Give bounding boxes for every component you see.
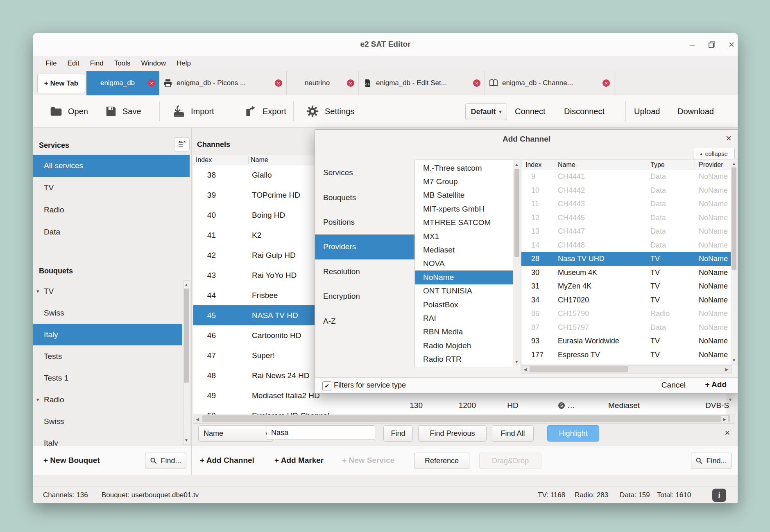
filters-checkbox-label[interactable]: Filters for service type: [334, 381, 406, 390]
menu-item[interactable]: Find: [85, 59, 109, 68]
bouquet-item[interactable]: Tests 1: [33, 367, 182, 389]
result-row[interactable]: 34 CH17020 TV NoName: [521, 293, 731, 307]
scroll-down-icon[interactable]: ▼: [183, 437, 190, 443]
scroll-up-icon[interactable]: ▲: [514, 161, 520, 167]
tab-enigma-db[interactable]: enigma_db ×: [86, 71, 159, 95]
bouquet-item[interactable]: Tests: [33, 345, 182, 367]
provider-item[interactable]: MIT-xperts GmbH: [415, 202, 513, 216]
result-row[interactable]: 13 CH4447 Data NoName: [521, 225, 731, 239]
filter-nav-item[interactable]: Resolution: [315, 259, 414, 284]
providers-scrollbar-thumb[interactable]: [514, 169, 519, 257]
download-button[interactable]: Download: [677, 95, 714, 127]
provider-item[interactable]: RAI: [415, 311, 513, 325]
collapse-button[interactable]: ▴ collapse: [693, 148, 735, 159]
provider-item[interactable]: MB Satellite: [415, 189, 513, 202]
services-item[interactable]: TV: [33, 177, 190, 199]
provider-item[interactable]: M.-Three satcom: [415, 161, 513, 175]
provider-item[interactable]: NoName: [415, 271, 513, 284]
services-item[interactable]: Data: [33, 221, 190, 243]
caret-down-icon[interactable]: ▾: [36, 397, 44, 403]
bouquet-item[interactable]: Italy: [33, 324, 182, 345]
caret-down-icon[interactable]: ▾: [36, 288, 44, 294]
open-button[interactable]: Open: [50, 95, 88, 127]
find-all-button[interactable]: Find All: [492, 425, 534, 442]
scroll-up-icon[interactable]: ▲: [731, 160, 737, 167]
column-header-index[interactable]: Index: [525, 161, 541, 169]
provider-item[interactable]: Radio Mojdeh: [415, 339, 513, 352]
find-button[interactable]: Find: [383, 425, 413, 442]
filter-nav-item[interactable]: A-Z: [315, 309, 414, 333]
search-close-button[interactable]: ×: [720, 425, 734, 441]
channels-find-button[interactable]: Find...: [691, 453, 732, 469]
column-header-provider[interactable]: Provider: [699, 161, 723, 169]
add-channel-button[interactable]: + Add Channel: [200, 446, 254, 475]
tab-close-icon[interactable]: ×: [473, 79, 480, 87]
results-vscrollbar-thumb[interactable]: [732, 167, 736, 270]
column-divider[interactable]: [555, 161, 555, 169]
provider-item[interactable]: Mediaset: [415, 243, 513, 257]
result-row[interactable]: 86 CH15790 Radio NoName: [521, 307, 731, 321]
results-hscrollbar[interactable]: ◀ ▶: [521, 365, 732, 374]
new-bouquet-button[interactable]: + New Bouquet: [43, 446, 100, 475]
reference-button[interactable]: Reference: [414, 453, 469, 469]
search-field-dropdown[interactable]: Name ▾: [198, 425, 273, 442]
result-row[interactable]: 12 CH4445 Data NoName: [521, 211, 731, 225]
import-button[interactable]: Import: [172, 95, 214, 127]
menu-item[interactable]: Window: [136, 59, 171, 68]
scroll-left-icon[interactable]: ◀: [522, 366, 528, 372]
tab-close-icon[interactable]: ×: [347, 79, 354, 87]
tab-picons[interactable]: enigma_db - Picons ... ×: [159, 71, 287, 95]
bouquet-item[interactable]: Swiss: [33, 302, 182, 324]
bouquet-item[interactable]: ▾ TV: [33, 280, 182, 302]
column-divider[interactable]: [648, 161, 648, 169]
filters-checkbox[interactable]: ✔: [322, 381, 331, 390]
filter-nav-item[interactable]: Positions: [315, 210, 414, 234]
tab-close-icon[interactable]: ×: [275, 79, 282, 87]
services-item[interactable]: Radio: [33, 199, 190, 221]
channels-hscrollbar-thumb[interactable]: [202, 415, 730, 422]
scroll-up-icon[interactable]: ▲: [183, 281, 190, 288]
restore-button[interactable]: [707, 40, 717, 50]
highlight-button[interactable]: Highlight: [547, 425, 599, 442]
scroll-left-icon[interactable]: ◀: [194, 416, 201, 422]
tab-close-icon[interactable]: ×: [602, 79, 610, 87]
menu-item[interactable]: Tools: [109, 59, 136, 68]
collapse-list-button[interactable]: [174, 138, 190, 151]
scroll-down-icon[interactable]: ▼: [731, 357, 737, 363]
provider-item[interactable]: RBN Media: [415, 325, 513, 339]
export-button[interactable]: Export: [244, 95, 286, 127]
profile-dropdown[interactable]: Default ▾: [465, 103, 507, 120]
menu-item[interactable]: File: [40, 59, 62, 68]
scroll-down-icon[interactable]: ▼: [514, 359, 520, 365]
provider-item[interactable]: NOVA: [415, 257, 513, 271]
tab-edit-settings[interactable]: enigma_db - Edit Set... ×: [359, 71, 485, 95]
result-row[interactable]: 31 MyZen 4K TV NoName: [521, 280, 731, 293]
provider-item[interactable]: MTHREE SATCOM: [415, 216, 513, 230]
tab-channel-book[interactable]: enigma_db - Channe... ×: [485, 71, 614, 95]
column-divider[interactable]: [695, 161, 695, 169]
bouquet-item[interactable]: ▾ Radio: [33, 389, 182, 410]
dialog-close-button[interactable]: ×: [722, 132, 735, 144]
scroll-right-icon[interactable]: ▶: [724, 366, 730, 372]
provider-item[interactable]: PolastBox: [415, 298, 513, 311]
provider-item[interactable]: ONT TUNISIA: [415, 284, 513, 298]
tab-neutrino[interactable]: neutrino ×: [287, 71, 359, 95]
disconnect-button[interactable]: Disconnect: [564, 95, 605, 127]
results-hscrollbar-thumb[interactable]: [530, 366, 628, 372]
services-item[interactable]: All services: [33, 155, 190, 177]
result-row[interactable]: 28 Nasa TV UHD TV NoName: [521, 252, 731, 266]
result-row[interactable]: 30 Museum 4K TV NoName: [521, 266, 731, 280]
column-header-name[interactable]: Name: [251, 156, 268, 164]
minimize-button[interactable]: –: [687, 40, 697, 50]
filter-nav-item[interactable]: Services: [315, 160, 414, 185]
scroll-right-icon[interactable]: ▶: [721, 416, 728, 422]
column-header-index[interactable]: Index: [196, 156, 212, 164]
info-button[interactable]: i: [712, 489, 726, 502]
channels-hscrollbar[interactable]: ◀ ▶: [193, 415, 734, 424]
provider-item[interactable]: MX1: [415, 230, 513, 243]
filter-nav-item[interactable]: Encryption: [315, 284, 414, 309]
menu-item[interactable]: Help: [171, 59, 196, 68]
provider-item[interactable]: M7 Group: [415, 175, 513, 188]
bouquet-item[interactable]: Swiss: [33, 410, 182, 432]
search-input[interactable]: [267, 425, 375, 440]
